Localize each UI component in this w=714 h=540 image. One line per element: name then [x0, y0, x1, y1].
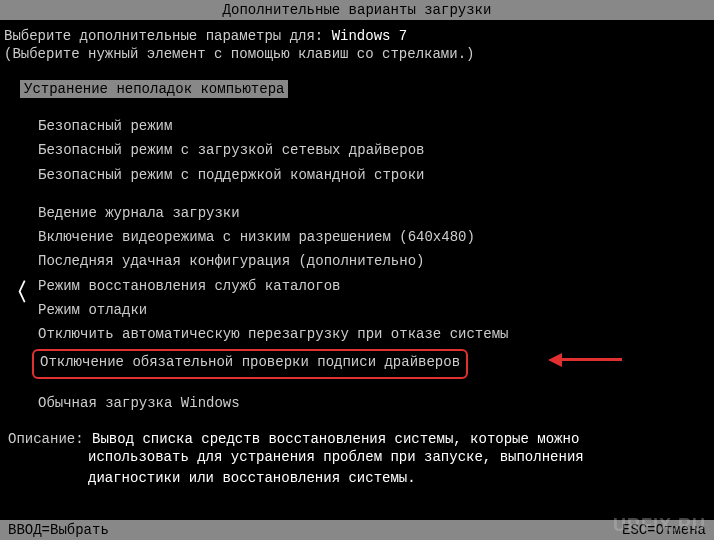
- menu-item-highlighted[interactable]: Отключение обязательной проверки подписи…: [40, 352, 460, 372]
- title-bar: Дополнительные варианты загрузки: [0, 0, 714, 20]
- arrow-line-icon: [562, 358, 622, 361]
- menu-group-3: Обычная загрузка Windows: [38, 393, 710, 417]
- description-line3: диагностики или восстановления системы.: [88, 468, 706, 489]
- menu-item[interactable]: Ведение журнала загрузки: [38, 203, 240, 223]
- menu-item[interactable]: Режим восстановления служб каталогов: [38, 276, 340, 296]
- menu-item[interactable]: Обычная загрузка Windows: [38, 393, 240, 413]
- subtitle-row: Выберите дополнительные параметры для: W…: [4, 28, 710, 44]
- highlighted-row: Отключение обязательной проверки подписи…: [38, 349, 710, 379]
- menu-item[interactable]: Безопасный режим: [38, 116, 172, 136]
- footer-bar: ВВОД=Выбрать ESC=Отмена: [0, 520, 714, 540]
- highlight-box: Отключение обязательной проверки подписи…: [32, 349, 468, 379]
- description-line2: использовать для устранения проблем при …: [88, 447, 706, 468]
- instruction-text: (Выберите нужный элемент с помощью клави…: [4, 46, 710, 62]
- os-name: Windows 7: [332, 28, 408, 44]
- menu-group-2: Ведение журнала загрузки Включение видео…: [38, 203, 710, 379]
- menu-item[interactable]: Отключить автоматическую перезагрузку пр…: [38, 324, 508, 344]
- arrow-indicator: [548, 353, 622, 367]
- watermark: URFIX.RU: [613, 515, 706, 536]
- menu-item[interactable]: Безопасный режим с поддержкой командной …: [38, 165, 424, 185]
- arrow-head-icon: [548, 353, 562, 367]
- page-title: Дополнительные варианты загрузки: [223, 2, 492, 18]
- content-area: Выберите дополнительные параметры для: W…: [0, 20, 714, 497]
- menu-item[interactable]: Включение видеорежима с низким разрешени…: [38, 227, 475, 247]
- subtitle-prefix: Выберите дополнительные параметры для:: [4, 28, 332, 44]
- footer-enter-hint: ВВОД=Выбрать: [8, 522, 109, 538]
- description-label: Описание:: [8, 431, 84, 447]
- menu-list: Безопасный режим Безопасный режим с загр…: [38, 116, 710, 417]
- menu-item[interactable]: Режим отладки: [38, 300, 147, 320]
- description-line1: Вывод списка средств восстановления сист…: [92, 431, 579, 447]
- selected-menu-item[interactable]: Устранение неполадок компьютера: [20, 80, 288, 98]
- menu-item[interactable]: Последняя удачная конфигурация (дополнит…: [38, 251, 424, 271]
- menu-item[interactable]: Безопасный режим с загрузкой сетевых дра…: [38, 140, 424, 160]
- description-block: Описание: Вывод списка средств восстанов…: [4, 431, 710, 489]
- chevron-left-icon[interactable]: 〈: [4, 282, 28, 306]
- menu-group-1: Безопасный режим Безопасный режим с загр…: [38, 116, 710, 189]
